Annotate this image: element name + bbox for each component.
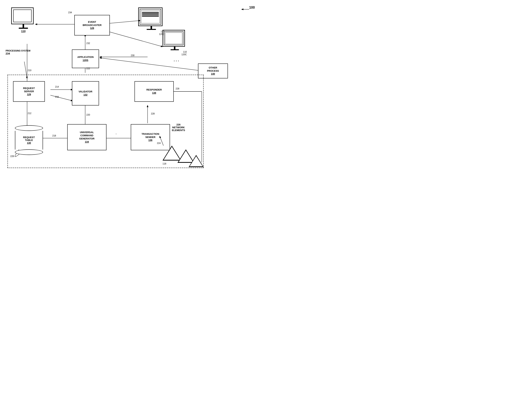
- event-broadcaster-box: EVENTBROADCASTER 128: [74, 15, 110, 36]
- label-ucg-ts: →: [115, 133, 117, 135]
- ne-arrow-svg: [146, 131, 174, 149]
- request-server-box: REQUESTSERVER 129: [13, 81, 45, 102]
- processing-system-label: PROCESSING SYSTEM 234: [6, 50, 31, 55]
- ellipsis: . . .: [174, 58, 179, 62]
- monitor-right-bottom-sub: 120C: [181, 53, 187, 56]
- processing-system-text: PROCESSING SYSTEM: [6, 50, 31, 52]
- svg-line-21: [160, 136, 163, 146]
- responder-ref: 138: [152, 91, 156, 95]
- application-ref: 120S: [83, 59, 88, 62]
- validator-label: VALIDATOR: [79, 90, 92, 93]
- validator-box: VALIDATOR 132: [72, 81, 99, 106]
- label-212: 212: [28, 112, 31, 115]
- monitor-right-bottom-ref: 110: [183, 50, 187, 53]
- label-234-top: 234: [68, 11, 72, 14]
- label-210: 210: [28, 69, 31, 72]
- other-process-ref: 140: [211, 72, 215, 76]
- label-230: 230: [131, 54, 135, 57]
- responder-label: RESPONDER: [147, 88, 162, 91]
- label-228-right: 228: [176, 87, 179, 90]
- responder-box: RESPONDER 138: [135, 81, 174, 102]
- application-label: APPLICATION: [77, 56, 94, 59]
- validator-ref: 132: [83, 93, 88, 96]
- label-118: 118: [162, 162, 166, 165]
- label-214: 214: [55, 86, 59, 88]
- ne-text: NETWORKELEMENTS: [172, 126, 185, 132]
- universal-cmd-gen-box: UNIVERSALCOMMANDGENERATOR 134: [67, 124, 107, 150]
- monitor-left-ref: 110: [21, 30, 26, 33]
- processing-system-ref: 234: [6, 52, 10, 55]
- request-table-shape: REQUESTTABLE 130: [13, 123, 45, 157]
- request-table-label: REQUESTTABLE: [23, 136, 35, 141]
- request-table-ref: 130: [27, 141, 31, 144]
- label-232: 232: [86, 42, 90, 45]
- request-server-label: REQUESTSERVER: [23, 87, 35, 93]
- label-228-bottom: 228: [10, 155, 14, 158]
- event-broadcaster-ref: 128: [90, 27, 94, 30]
- label-220: 220: [86, 114, 90, 116]
- network-elements-label: 226 NETWORKELEMENTS: [172, 123, 185, 132]
- ne-ref-226: 226: [177, 123, 181, 126]
- svg-line-16: [100, 58, 203, 71]
- monitor-right-top: 110 120C: [138, 7, 164, 36]
- label-228-ts: 228: [151, 112, 155, 115]
- label-222: 222: [86, 67, 90, 70]
- monitor-left: 110: [11, 7, 36, 33]
- event-broadcaster-label: EVENTBROADCASTER: [83, 20, 102, 27]
- ref-arrow-100: [240, 6, 251, 11]
- label-218: 218: [52, 134, 56, 137]
- other-process-label: OTHERPROCESS: [207, 66, 219, 73]
- application-box: APPLICATION 120S: [72, 50, 99, 68]
- universal-cmd-gen-ref: 134: [85, 140, 89, 144]
- triangle-3-inner: [190, 156, 203, 166]
- universal-cmd-gen-label: UNIVERSALCOMMANDGENERATOR: [79, 131, 95, 140]
- diagram-container: 100 110 234 EVENTBROADCASTER 128: [0, 0, 266, 202]
- label-216: 216: [55, 95, 59, 98]
- monitor-right-bottom: 110 120C: [162, 30, 187, 56]
- request-server-ref: 129: [27, 93, 31, 96]
